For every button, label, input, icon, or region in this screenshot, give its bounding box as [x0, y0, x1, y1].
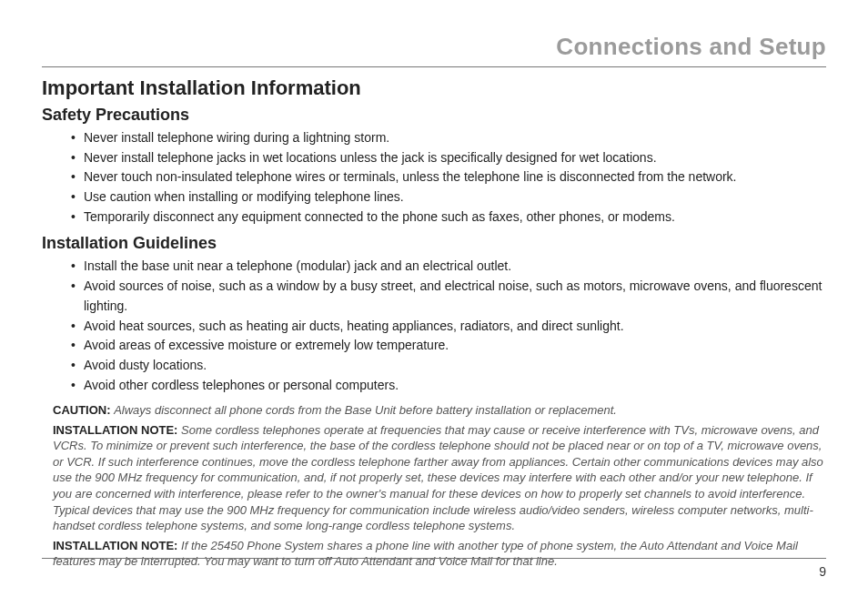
- document-page: Connections and Setup Important Installa…: [0, 0, 868, 597]
- list-item: Temporarily disconnect any equipment con…: [71, 207, 826, 228]
- list-item: Use caution when installing or modifying…: [71, 187, 826, 207]
- list-item: Never touch non-insulated telephone wire…: [71, 167, 826, 187]
- bottom-divider: [42, 558, 826, 559]
- caution-note: CAUTION: Always disconnect all phone cor…: [42, 402, 826, 419]
- installation-note-1: INSTALLATION NOTE: Some cordless telepho…: [42, 422, 826, 534]
- note-body: Always disconnect all phone cords from t…: [114, 403, 617, 417]
- note-lead: CAUTION:: [53, 403, 111, 417]
- list-item: Never install telephone wiring during a …: [71, 128, 826, 148]
- list-item: Never install telephone jacks in wet loc…: [71, 148, 826, 168]
- note-body: Some cordless telephones operate at freq…: [53, 423, 823, 532]
- guidelines-heading: Installation Guidelines: [42, 234, 826, 253]
- safety-heading: Safety Precautions: [42, 106, 826, 125]
- list-item: Avoid areas of excessive moisture or ext…: [71, 336, 826, 356]
- list-item: Avoid heat sources, such as heating air …: [71, 317, 826, 337]
- note-lead: INSTALLATION NOTE:: [53, 539, 177, 552]
- safety-list: Never install telephone wiring during a …: [42, 128, 826, 227]
- list-item: Avoid dusty locations.: [71, 356, 826, 376]
- list-item: Avoid other cordless telephones or perso…: [71, 376, 826, 396]
- page-number: 9: [42, 564, 826, 579]
- guidelines-list: Install the base unit near a telephone (…: [42, 257, 826, 395]
- note-lead: INSTALLATION NOTE:: [53, 423, 177, 437]
- chapter-title: Connections and Setup: [42, 33, 826, 61]
- section-title: Important Installation Information: [42, 76, 826, 100]
- list-item: Avoid sources of noise, such as a window…: [71, 277, 826, 316]
- page-footer: 9: [42, 558, 826, 579]
- top-divider: [42, 66, 826, 67]
- list-item: Install the base unit near a telephone (…: [71, 257, 826, 277]
